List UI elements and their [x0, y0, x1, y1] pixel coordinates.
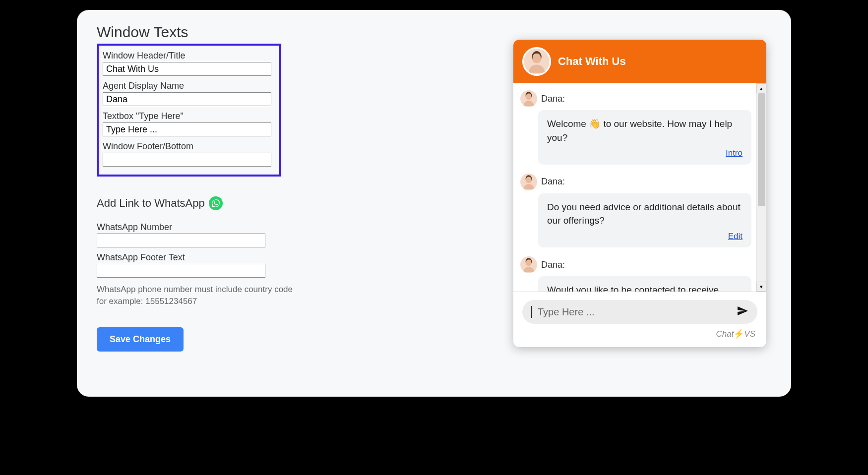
header-title-label: Window Header/Title	[103, 51, 273, 61]
chat-message: Dana: Welcome 👋 to our website. How may …	[518, 90, 751, 165]
type-here-input[interactable]	[103, 122, 271, 136]
section-title: Window Texts	[97, 24, 468, 41]
message-bubble: Would you like to be contacted to receiv…	[538, 276, 751, 292]
agent-name-label: Agent Display Name	[103, 81, 273, 91]
chat-body: ▴ ▾ Dana: Welcome 👋 to our website. How …	[513, 83, 766, 292]
brand-text-a: Chat	[716, 329, 734, 339]
brand-text-b: VS	[744, 329, 755, 339]
save-button[interactable]: Save Changes	[97, 327, 184, 352]
agent-avatar-small	[520, 174, 537, 190]
whatsapp-footer-input[interactable]	[97, 264, 265, 278]
scrollbar-track[interactable]	[756, 93, 766, 282]
chat-input-placeholder: Type Here ...	[538, 306, 731, 318]
whatsapp-hint-line2: for example: 15551234567	[97, 296, 468, 307]
left-panel: Window Texts Window Header/Title Agent D…	[97, 24, 468, 383]
message-text: Do you need advice or additional details…	[547, 202, 741, 226]
whatsapp-footer-label: WhatsApp Footer Text	[97, 252, 468, 263]
message-action-link[interactable]: Edit	[547, 231, 743, 243]
chat-footer: Type Here ... Chat⚡VS	[513, 292, 766, 347]
message-bubble: Do you need advice or additional details…	[538, 193, 751, 248]
message-bubble: Welcome 👋 to our website. How may I help…	[538, 110, 751, 165]
send-icon[interactable]	[737, 305, 748, 319]
whatsapp-icon	[209, 196, 223, 210]
chat-message: Dana: Would you like to be contacted to …	[518, 256, 751, 292]
chat-header: Chat With Us	[513, 40, 766, 83]
agent-name-input[interactable]	[103, 92, 271, 106]
chat-header-title: Chat With Us	[558, 55, 626, 68]
whatsapp-number-input[interactable]	[97, 234, 265, 247]
agent-avatar-small	[520, 256, 537, 273]
window-texts-group: Window Header/Title Agent Display Name T…	[97, 44, 281, 177]
agent-name-label: Dana:	[541, 177, 565, 187]
scrollbar-down-button[interactable]: ▾	[756, 282, 766, 292]
agent-avatar-small	[520, 90, 537, 107]
scrollbar-up-button[interactable]: ▴	[756, 83, 766, 93]
header-title-input[interactable]	[103, 62, 271, 76]
chat-preview: Chat With Us ▴ ▾ Dana: Welcome 👋 to o	[513, 40, 766, 347]
agent-name-label: Dana:	[541, 260, 565, 270]
agent-name-label: Dana:	[541, 94, 565, 104]
whatsapp-number-label: WhatsApp Number	[97, 222, 468, 233]
settings-card: Window Texts Window Header/Title Agent D…	[77, 10, 791, 397]
message-list: Dana: Welcome 👋 to our website. How may …	[513, 83, 756, 292]
scrollbar-thumb[interactable]	[758, 93, 765, 206]
message-action-link[interactable]: Intro	[547, 147, 743, 160]
bolt-icon: ⚡	[734, 329, 744, 339]
chat-message: Dana: Do you need advice or additional d…	[518, 174, 751, 248]
text-caret	[531, 306, 532, 318]
footer-input[interactable]	[103, 153, 271, 167]
chat-input[interactable]: Type Here ...	[522, 300, 757, 324]
brand-footer: Chat⚡VS	[522, 324, 757, 343]
whatsapp-heading-text: Add Link to WhatsApp	[97, 197, 205, 210]
agent-avatar-large	[522, 47, 551, 76]
whatsapp-hint: WhatsApp phone number must include count…	[97, 284, 468, 307]
footer-label: Window Footer/Bottom	[103, 141, 273, 152]
whatsapp-hint-line1: WhatsApp phone number must include count…	[97, 284, 468, 296]
whatsapp-heading: Add Link to WhatsApp	[97, 196, 468, 210]
type-here-label: Textbox "Type Here"	[103, 111, 273, 121]
message-text: Would you like to be contacted to receiv…	[547, 285, 719, 292]
message-text: Welcome 👋 to our website. How may I help…	[547, 119, 732, 143]
